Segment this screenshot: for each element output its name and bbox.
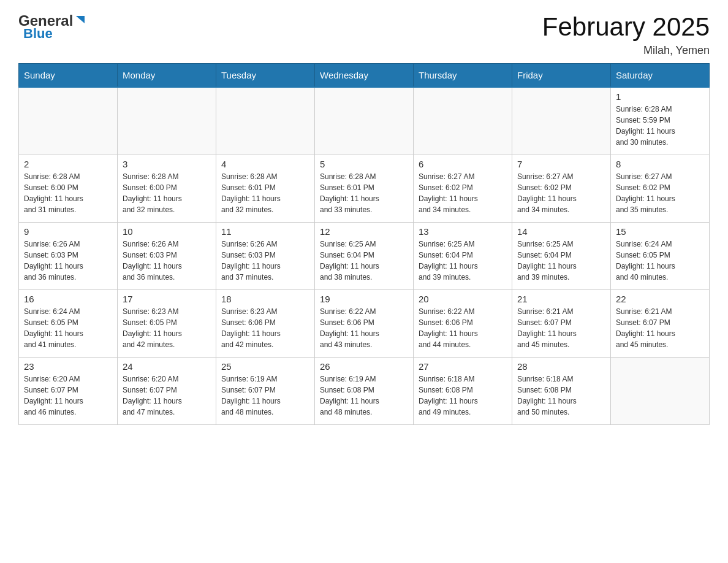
calendar-table: SundayMondayTuesdayWednesdayThursdayFrid… (18, 63, 710, 425)
day-info: Sunrise: 6:27 AM Sunset: 6:02 PM Dayligh… (419, 171, 507, 215)
svg-marker-0 (76, 16, 85, 23)
day-info: Sunrise: 6:26 AM Sunset: 6:03 PM Dayligh… (24, 239, 112, 283)
day-number: 28 (517, 361, 605, 372)
day-number: 13 (419, 226, 507, 237)
calendar-cell: 8Sunrise: 6:27 AM Sunset: 6:02 PM Daylig… (611, 155, 710, 222)
day-info: Sunrise: 6:25 AM Sunset: 6:04 PM Dayligh… (320, 239, 408, 283)
day-info: Sunrise: 6:26 AM Sunset: 6:03 PM Dayligh… (123, 239, 211, 283)
calendar-week-row: 2Sunrise: 6:28 AM Sunset: 6:00 PM Daylig… (19, 155, 710, 222)
calendar-cell: 11Sunrise: 6:26 AM Sunset: 6:03 PM Dayli… (216, 222, 315, 289)
day-number: 25 (221, 361, 309, 372)
calendar-cell: 14Sunrise: 6:25 AM Sunset: 6:04 PM Dayli… (512, 222, 611, 289)
day-info: Sunrise: 6:22 AM Sunset: 6:06 PM Dayligh… (320, 306, 408, 350)
day-info: Sunrise: 6:28 AM Sunset: 5:59 PM Dayligh… (616, 104, 704, 148)
calendar-cell: 25Sunrise: 6:19 AM Sunset: 6:07 PM Dayli… (216, 357, 315, 424)
day-number: 21 (517, 294, 605, 304)
day-info: Sunrise: 6:22 AM Sunset: 6:06 PM Dayligh… (419, 306, 507, 350)
weekday-header-thursday: Thursday (414, 64, 512, 88)
calendar-cell: 13Sunrise: 6:25 AM Sunset: 6:04 PM Dayli… (414, 222, 512, 289)
day-info: Sunrise: 6:19 AM Sunset: 6:07 PM Dayligh… (221, 373, 309, 418)
weekday-header-tuesday: Tuesday (216, 64, 315, 88)
weekday-header-monday: Monday (118, 64, 216, 88)
day-info: Sunrise: 6:24 AM Sunset: 6:05 PM Dayligh… (616, 239, 704, 283)
calendar-cell: 20Sunrise: 6:22 AM Sunset: 6:06 PM Dayli… (414, 289, 512, 357)
calendar-cell: 1Sunrise: 6:28 AM Sunset: 5:59 PM Daylig… (611, 87, 710, 155)
day-number: 3 (123, 159, 211, 169)
day-info: Sunrise: 6:28 AM Sunset: 6:00 PM Dayligh… (24, 171, 112, 215)
weekday-header-wednesday: Wednesday (315, 64, 414, 88)
calendar-cell: 27Sunrise: 6:18 AM Sunset: 6:08 PM Dayli… (414, 357, 512, 424)
calendar-cell: 6Sunrise: 6:27 AM Sunset: 6:02 PM Daylig… (414, 155, 512, 222)
day-number: 8 (616, 159, 704, 169)
calendar-cell (19, 87, 118, 155)
day-info: Sunrise: 6:19 AM Sunset: 6:08 PM Dayligh… (320, 373, 408, 418)
weekday-header-sunday: Sunday (19, 64, 118, 88)
day-number: 1 (616, 91, 704, 102)
day-number: 9 (24, 226, 112, 237)
calendar-cell: 5Sunrise: 6:28 AM Sunset: 6:01 PM Daylig… (315, 155, 414, 222)
calendar-cell: 10Sunrise: 6:26 AM Sunset: 6:03 PM Dayli… (118, 222, 216, 289)
calendar-cell: 28Sunrise: 6:18 AM Sunset: 6:08 PM Dayli… (512, 357, 611, 424)
day-number: 7 (517, 159, 605, 169)
calendar-cell: 12Sunrise: 6:25 AM Sunset: 6:04 PM Dayli… (315, 222, 414, 289)
month-title: February 2025 (542, 12, 710, 42)
title-block: February 2025 Milah, Yemen (542, 12, 710, 57)
calendar-week-row: 1Sunrise: 6:28 AM Sunset: 5:59 PM Daylig… (19, 87, 710, 155)
calendar-cell: 21Sunrise: 6:21 AM Sunset: 6:07 PM Dayli… (512, 289, 611, 357)
day-number: 10 (123, 226, 211, 237)
day-info: Sunrise: 6:27 AM Sunset: 6:02 PM Dayligh… (517, 171, 605, 215)
day-number: 17 (123, 294, 211, 304)
day-number: 4 (221, 159, 309, 169)
day-number: 27 (419, 361, 507, 372)
calendar-cell: 18Sunrise: 6:23 AM Sunset: 6:06 PM Dayli… (216, 289, 315, 357)
day-info: Sunrise: 6:20 AM Sunset: 6:07 PM Dayligh… (123, 373, 211, 418)
day-info: Sunrise: 6:18 AM Sunset: 6:08 PM Dayligh… (419, 373, 507, 418)
day-number: 14 (517, 226, 605, 237)
day-number: 20 (419, 294, 507, 304)
logo-arrow-icon (74, 13, 87, 27)
calendar-cell: 16Sunrise: 6:24 AM Sunset: 6:05 PM Dayli… (19, 289, 118, 357)
calendar-cell: 26Sunrise: 6:19 AM Sunset: 6:08 PM Dayli… (315, 357, 414, 424)
day-number: 5 (320, 159, 408, 169)
weekday-header-saturday: Saturday (611, 64, 710, 88)
day-number: 22 (616, 294, 704, 304)
day-number: 26 (320, 361, 408, 372)
calendar-cell: 9Sunrise: 6:26 AM Sunset: 6:03 PM Daylig… (19, 222, 118, 289)
day-info: Sunrise: 6:25 AM Sunset: 6:04 PM Dayligh… (419, 239, 507, 283)
day-info: Sunrise: 6:28 AM Sunset: 6:00 PM Dayligh… (123, 171, 211, 215)
day-number: 15 (616, 226, 704, 237)
day-number: 12 (320, 226, 408, 237)
day-info: Sunrise: 6:24 AM Sunset: 6:05 PM Dayligh… (24, 306, 112, 350)
logo-blue-text: Blue (18, 26, 53, 42)
calendar-cell (216, 87, 315, 155)
day-number: 6 (419, 159, 507, 169)
calendar-cell: 4Sunrise: 6:28 AM Sunset: 6:01 PM Daylig… (216, 155, 315, 222)
calendar-cell: 17Sunrise: 6:23 AM Sunset: 6:05 PM Dayli… (118, 289, 216, 357)
day-info: Sunrise: 6:23 AM Sunset: 6:06 PM Dayligh… (221, 306, 309, 350)
day-number: 16 (24, 294, 112, 304)
calendar-cell: 7Sunrise: 6:27 AM Sunset: 6:02 PM Daylig… (512, 155, 611, 222)
day-info: Sunrise: 6:28 AM Sunset: 6:01 PM Dayligh… (320, 171, 408, 215)
calendar-cell: 24Sunrise: 6:20 AM Sunset: 6:07 PM Dayli… (118, 357, 216, 424)
day-number: 11 (221, 226, 309, 237)
day-info: Sunrise: 6:23 AM Sunset: 6:05 PM Dayligh… (123, 306, 211, 350)
calendar-cell: 3Sunrise: 6:28 AM Sunset: 6:00 PM Daylig… (118, 155, 216, 222)
calendar-cell (118, 87, 216, 155)
calendar-cell: 23Sunrise: 6:20 AM Sunset: 6:07 PM Dayli… (19, 357, 118, 424)
location: Milah, Yemen (542, 44, 710, 57)
logo: General Blue (18, 12, 87, 42)
day-info: Sunrise: 6:18 AM Sunset: 6:08 PM Dayligh… (517, 373, 605, 418)
calendar-cell (512, 87, 611, 155)
calendar-week-row: 23Sunrise: 6:20 AM Sunset: 6:07 PM Dayli… (19, 357, 710, 424)
day-number: 19 (320, 294, 408, 304)
calendar-cell (611, 357, 710, 424)
day-info: Sunrise: 6:28 AM Sunset: 6:01 PM Dayligh… (221, 171, 309, 215)
calendar-header-row: SundayMondayTuesdayWednesdayThursdayFrid… (19, 64, 710, 88)
day-number: 23 (24, 361, 112, 372)
calendar-week-row: 9Sunrise: 6:26 AM Sunset: 6:03 PM Daylig… (19, 222, 710, 289)
day-info: Sunrise: 6:25 AM Sunset: 6:04 PM Dayligh… (517, 239, 605, 283)
day-info: Sunrise: 6:26 AM Sunset: 6:03 PM Dayligh… (221, 239, 309, 283)
day-info: Sunrise: 6:21 AM Sunset: 6:07 PM Dayligh… (616, 306, 704, 350)
calendar-cell (315, 87, 414, 155)
day-info: Sunrise: 6:27 AM Sunset: 6:02 PM Dayligh… (616, 171, 704, 215)
